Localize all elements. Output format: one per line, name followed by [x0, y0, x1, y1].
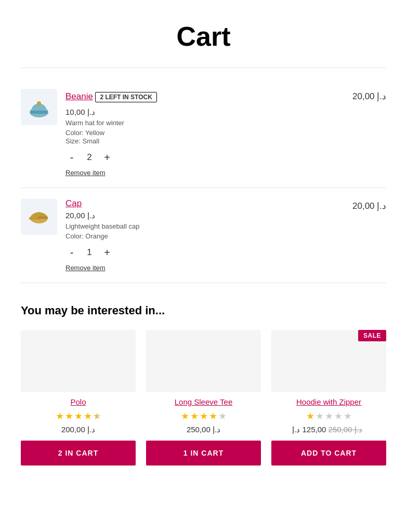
cart-item-cap-header: Cap د.إ 20,00 Lightweight baseball cap C… [21, 198, 386, 272]
page-title: Cart [21, 0, 386, 68]
polo-star-1: ★ [56, 410, 64, 422]
long-sleeve-tee-name-link[interactable]: Long Sleeve Tee [175, 397, 232, 406]
beanie-qty-value: 2 [84, 152, 95, 163]
beanie-remove-link[interactable]: Remove item [65, 169, 106, 177]
cap-remove-link[interactable]: Remove item [65, 264, 106, 272]
cart-items-container: Beanie 2 LEFT IN STOCK د.إ 10,00 Warm ha… [21, 68, 386, 283]
cap-color: Color: Orange [65, 232, 139, 240]
hoodie-star-1: ★ [306, 410, 314, 422]
beanie-qty-increase[interactable]: + [101, 151, 113, 164]
beanie-size: Size: Small [65, 137, 157, 145]
hoodie-star-4: ★ [334, 410, 343, 422]
hoodie-star-2: ★ [316, 410, 324, 422]
product-card-polo: Polo ★ ★ ★ ★ ★★ د.إ 200,00 2 IN CART [21, 330, 136, 466]
long-sleeve-tee-price: د.إ 250,00 [187, 425, 220, 434]
beanie-qty-decrease[interactable]: - [65, 151, 78, 164]
recommendations-section: You may be interested in... Polo ★ ★ ★ ★… [21, 304, 386, 466]
hoodie-star-5: ★ [344, 410, 352, 422]
cap-qty-value: 1 [84, 247, 95, 258]
svg-point-2 [37, 101, 41, 105]
polo-star-3: ★ [74, 410, 83, 422]
polo-star-4: ★ [84, 410, 92, 422]
tee-star-4: ★ [209, 410, 217, 422]
cart-item-cap: Cap د.إ 20,00 Lightweight baseball cap C… [21, 188, 386, 283]
svg-rect-5 [37, 217, 48, 219]
beanie-svg-icon [26, 94, 52, 120]
beanie-quantity-control: - 2 + [65, 151, 157, 164]
tee-star-1: ★ [181, 410, 189, 422]
cart-item-beanie: Beanie 2 LEFT IN STOCK د.إ 10,00 Warm ha… [21, 78, 386, 188]
cart-item-beanie-left: Beanie 2 LEFT IN STOCK د.إ 10,00 Warm ha… [21, 89, 157, 177]
hoodie-stars: ★ ★ ★ ★ ★ [306, 410, 352, 422]
tee-star-5: ★ [218, 410, 227, 422]
product-card-long-sleeve-tee: Long Sleeve Tee ★ ★ ★ ★ ★ د.إ 250,00 1 I… [146, 330, 261, 466]
hoodie-price: د.إ 250,00 125,00 د.إ [292, 425, 365, 434]
cap-qty-increase[interactable]: + [101, 246, 113, 259]
hoodie-star-3: ★ [325, 410, 333, 422]
beanie-stock-badge: 2 LEFT IN STOCK [95, 92, 156, 102]
svg-rect-1 [30, 111, 48, 114]
polo-price: د.إ 200,00 [61, 425, 95, 434]
beanie-unit-price: د.إ 10,00 [65, 108, 157, 117]
recommendations-title: You may be interested in... [21, 304, 386, 317]
cap-description: Lightweight baseball cap [65, 222, 139, 230]
cap-svg-icon [26, 204, 52, 230]
polo-stars: ★ ★ ★ ★ ★★ [56, 410, 101, 422]
cap-name-link[interactable]: Cap [65, 198, 82, 208]
cap-quantity-control: - 1 + [65, 246, 139, 259]
beanie-description: Warm hat for winter [65, 119, 157, 127]
long-sleeve-tee-image [146, 330, 261, 392]
tee-star-3: ★ [200, 410, 208, 422]
long-sleeve-tee-stars: ★ ★ ★ ★ ★ [181, 410, 227, 422]
beanie-total-price: د.إ 20,00 [352, 89, 386, 102]
cart-item-cap-left: Cap د.إ 20,00 Lightweight baseball cap C… [21, 198, 139, 272]
long-sleeve-tee-cart-button[interactable]: 1 IN CART [146, 441, 261, 466]
polo-cart-button[interactable]: 2 IN CART [21, 441, 136, 466]
hoodie-original-price: د.إ 250,00 [329, 425, 362, 434]
cart-item-cap-info: Cap د.إ 20,00 Lightweight baseball cap C… [65, 198, 139, 272]
cap-unit-price: د.إ 20,00 [65, 211, 139, 220]
beanie-image [21, 89, 57, 125]
beanie-color: Color: Yellow [65, 129, 157, 137]
polo-star-2: ★ [65, 410, 73, 422]
tee-star-2: ★ [190, 410, 199, 422]
cart-item-beanie-header: Beanie 2 LEFT IN STOCK د.إ 10,00 Warm ha… [21, 89, 386, 177]
polo-star-5: ★★ [93, 410, 101, 422]
cap-image [21, 198, 57, 235]
products-grid: Polo ★ ★ ★ ★ ★★ د.إ 200,00 2 IN CART Lon… [21, 330, 386, 466]
polo-image [21, 330, 136, 392]
hoodie-name-link[interactable]: Hoodie with Zipper [296, 397, 361, 406]
cap-qty-decrease[interactable]: - [65, 246, 78, 259]
product-card-hoodie: SALE Hoodie with Zipper ★ ★ ★ ★ ★ د.إ 25… [271, 330, 386, 466]
polo-name-link[interactable]: Polo [70, 397, 86, 406]
cart-item-beanie-info: Beanie 2 LEFT IN STOCK د.إ 10,00 Warm ha… [65, 89, 157, 177]
cap-total-price: د.إ 20,00 [352, 198, 386, 211]
hoodie-sale-price: 125,00 د.إ [292, 425, 326, 434]
beanie-name-link[interactable]: Beanie [65, 91, 93, 101]
hoodie-cart-button[interactable]: ADD TO CART [271, 441, 386, 466]
hoodie-sale-badge: SALE [358, 330, 386, 341]
